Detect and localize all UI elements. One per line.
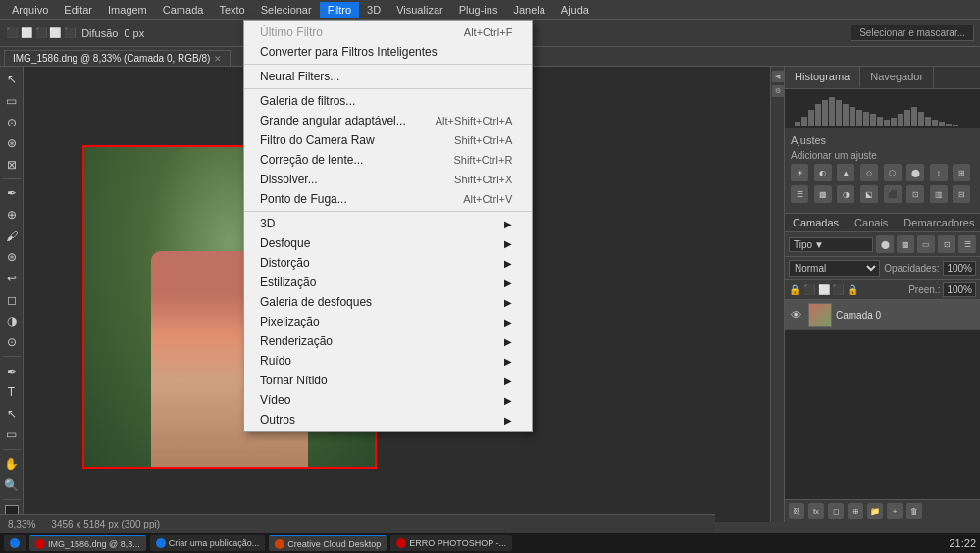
opacity-value[interactable]: 100% [943, 261, 976, 276]
tool-healing[interactable]: ⊕ [2, 206, 22, 225]
tool-eyedropper[interactable]: ✒ [2, 184, 22, 203]
tool-crop[interactable]: ⊠ [2, 156, 22, 175]
adj-photofilter[interactable]: ☰ [791, 185, 808, 203]
adj-colorlookup[interactable]: ◑ [837, 185, 854, 203]
menu-dissolver[interactable]: Dissolver... Shift+Ctrl+X [244, 170, 532, 189]
layer-filter-icon3[interactable]: ▭ [917, 235, 935, 253]
menu-ruido[interactable]: Ruído ▶ [244, 351, 532, 371]
tab-demarcadores[interactable]: Demarcadores [896, 214, 980, 231]
tool-lasso[interactable]: ⊙ [2, 113, 22, 131]
adj-selective-color[interactable]: ⊟ [953, 185, 970, 203]
new-layer-icon[interactable]: + [887, 503, 903, 519]
start-button[interactable] [4, 535, 26, 551]
tool-brush[interactable]: 🖌 [2, 226, 22, 245]
tool-history-brush[interactable]: ↩ [2, 270, 22, 288]
adj-gradient-map[interactable]: ▥ [930, 185, 948, 203]
adj-threshold[interactable]: ⊡ [906, 185, 924, 203]
menu-pixelizacao[interactable]: Pixelização ▶ [244, 312, 532, 331]
layer-style-icon[interactable]: fx [808, 503, 824, 519]
menu-ultimo-filtro[interactable]: Último Filtro Alt+Ctrl+F [244, 23, 532, 42]
new-adjustment-icon[interactable]: ⊕ [848, 503, 863, 519]
tab-histograma[interactable]: Histograma [785, 67, 860, 88]
menu-tornar-nitido[interactable]: Tornar Nítido ▶ [244, 371, 532, 390]
fill-value[interactable]: 100% [943, 282, 976, 297]
menu-3d[interactable]: 3D ▶ [244, 214, 532, 233]
menu-camera-raw[interactable]: Filtro do Camera Raw Shift+Ctrl+A [244, 130, 532, 150]
menu-video[interactable]: Vídeo ▶ [244, 390, 532, 410]
layer-visibility-eye[interactable]: 👁 [789, 308, 802, 322]
layer-filter-icon5[interactable]: ☰ [958, 235, 976, 253]
menu-converter-inteligentes[interactable]: Converter para Filtros Inteligentes [244, 42, 532, 62]
tool-pen[interactable]: ✒ [2, 362, 22, 380]
menu-estilizacao[interactable]: Estilização ▶ [244, 273, 532, 292]
taskbar-photoshop[interactable]: IMG_1586.dng @ 8,3... [29, 535, 146, 551]
menu-imagem[interactable]: Imagem [100, 2, 155, 18]
adj-posterize[interactable]: ⬛ [884, 185, 902, 203]
blending-mode-select[interactable]: Normal [789, 260, 880, 276]
menu-neural-filters[interactable]: Neural Filters... [244, 67, 532, 86]
adj-bw[interactable]: ⊞ [953, 164, 970, 181]
tool-path-select[interactable]: ↖ [2, 404, 22, 423]
tool-zoom[interactable]: 🔍 [2, 476, 22, 494]
taskbar-publicacao[interactable]: Criar uma publicação... [150, 535, 266, 551]
select-mask-button[interactable]: Selecionar e mascarar... [851, 25, 974, 41]
add-mask-icon[interactable]: ◻ [828, 503, 844, 519]
adj-exposure[interactable]: ◇ [860, 164, 878, 181]
menu-arquivo[interactable]: Arquivo [4, 2, 56, 18]
tool-gradient[interactable]: ◑ [2, 312, 22, 330]
layer-filter-icon2[interactable]: ▩ [897, 235, 914, 253]
layer-type-filter[interactable]: Tipo ▼ [789, 237, 873, 252]
menu-desfoque[interactable]: Desfoque ▶ [244, 233, 532, 253]
tab-close-icon[interactable]: ✕ [214, 54, 222, 64]
menu-texto[interactable]: Texto [211, 2, 252, 18]
menu-galeria-desfoques[interactable]: Galeria de desfoques ▶ [244, 292, 532, 312]
menu-correcao-lente[interactable]: Correção de lente... Shift+Ctrl+R [244, 150, 532, 170]
adj-curves[interactable]: ▲ [837, 164, 854, 181]
adj-levels[interactable]: ◐ [814, 164, 832, 181]
adj-channelmix[interactable]: ▩ [814, 185, 832, 203]
tool-shape[interactable]: ▭ [2, 426, 22, 444]
new-group-icon[interactable]: 📁 [867, 503, 883, 519]
tool-eraser[interactable]: ◻ [2, 290, 22, 309]
tool-quick-select[interactable]: ⊛ [2, 134, 22, 153]
menu-filtro[interactable]: Filtro [320, 2, 359, 18]
taskbar-creative-cloud[interactable]: Creative Cloud Desktop [269, 535, 387, 551]
layer-filter-icon4[interactable]: ⊡ [938, 235, 955, 253]
menu-visualizar[interactable]: Visualizar [388, 2, 451, 18]
tool-text[interactable]: T [2, 383, 22, 402]
tab-camadas[interactable]: Camadas [785, 214, 847, 231]
menu-distorcao[interactable]: Distorção ▶ [244, 253, 532, 273]
tool-dodge[interactable]: ⊙ [2, 333, 22, 352]
menu-outros[interactable]: Outros ▶ [244, 410, 532, 429]
menu-editar[interactable]: Editar [56, 2, 100, 18]
adj-hsl[interactable]: ⬤ [906, 164, 924, 181]
tab-navegador[interactable]: Navegador [860, 67, 934, 88]
adj-colorbalance[interactable]: ↕ [930, 164, 948, 181]
layer-filter-icon1[interactable]: ⬤ [876, 235, 894, 253]
menu-camada[interactable]: Camada [155, 2, 212, 18]
link-layers-icon[interactable]: ⛓ [789, 503, 804, 519]
panel-options-icon[interactable]: ⚙ [772, 85, 784, 97]
menu-ponto-fuga[interactable]: Ponto de Fuga... Alt+Ctrl+V [244, 189, 532, 209]
menu-galeria-filtros[interactable]: Galeria de filtros... [244, 91, 532, 111]
adj-vibrance[interactable]: ⬡ [884, 164, 902, 181]
tool-move[interactable]: ↖ [2, 71, 22, 89]
menu-renderizacao[interactable]: Renderização ▶ [244, 331, 532, 351]
menu-selecionar[interactable]: Selecionar [253, 2, 320, 18]
adj-brightness[interactable]: ☀ [791, 164, 808, 181]
document-tab[interactable]: IMG_1586.dng @ 8,33% (Camada 0, RGB/8) ✕ [4, 50, 231, 66]
tab-canais[interactable]: Canais [847, 214, 896, 231]
menu-grande-angular[interactable]: Grande angular adaptável... Alt+Shift+Ct… [244, 111, 532, 130]
taskbar-erro[interactable]: ERRO PHOTOSHOP -... [390, 535, 512, 551]
menu-3d[interactable]: 3D [359, 2, 388, 18]
tool-hand[interactable]: ✋ [2, 455, 22, 474]
delete-layer-icon[interactable]: 🗑 [906, 503, 922, 519]
menu-ajuda[interactable]: Ajuda [553, 2, 596, 18]
menu-janela[interactable]: Janela [505, 2, 552, 18]
adj-invert[interactable]: ⬕ [860, 185, 878, 203]
tool-marquee[interactable]: ▭ [2, 92, 22, 111]
menu-plugins[interactable]: Plug-ins [451, 2, 506, 18]
panel-collapse-icon[interactable]: ◀ [772, 71, 784, 82]
layer-item-camada0[interactable]: 👁 Camada 0 [785, 300, 980, 330]
tool-clone[interactable]: ⊛ [2, 248, 22, 267]
